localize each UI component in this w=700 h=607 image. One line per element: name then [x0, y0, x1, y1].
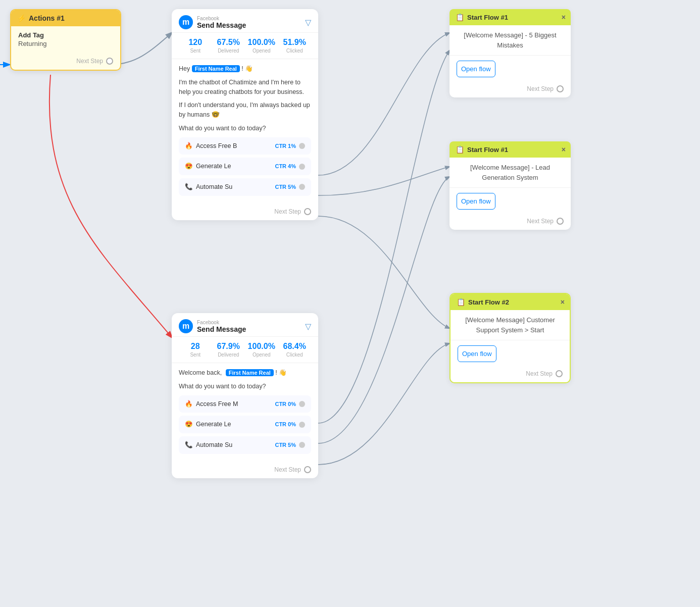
btn-ctr-2-2: CTR 5%: [275, 441, 296, 449]
flow-header-1: 📋 Start Flow #1 ×: [449, 9, 571, 25]
fb-header-2: m Facebook Send Message ▽: [172, 313, 318, 337]
btn-label-1-1: Generate Le: [196, 162, 275, 171]
flow-footer-1: Next Step: [449, 82, 571, 97]
message-line-1-1: If I don't understand you, I'm always ba…: [179, 100, 311, 120]
btn-emoji-2-0: 🔥: [185, 399, 193, 409]
btn-ctr-2-1: CTR 0%: [275, 420, 296, 429]
action-button-2-2[interactable]: 📞 Automate Su CTR 5%: [179, 436, 311, 454]
stat-opened-1: 100.0% Opened: [245, 38, 278, 54]
fb-platform-1: Facebook: [197, 16, 301, 21]
flow-body-3: [Welcome Message] Customer Support Syste…: [451, 310, 570, 340]
action-button-2-1[interactable]: 😍 Generate Le CTR 0%: [179, 416, 311, 433]
flow-close-1[interactable]: ×: [562, 13, 566, 21]
btn-emoji-1-1: 😍: [185, 162, 193, 171]
actions-node: ⚡ Actions #1 Add Tag Returning Next Step: [10, 9, 121, 71]
flow-title-1: Start Flow #1: [467, 14, 508, 21]
flow-icon-1: 📋: [456, 13, 464, 21]
btn-dot-2-2[interactable]: [299, 442, 305, 448]
btn-emoji-2-2: 📞: [185, 440, 193, 450]
fb-node-2-next-dot[interactable]: [304, 466, 311, 473]
flow-title-3: Start Flow #2: [468, 298, 509, 306]
stat-clicked-2: 68.4% Clicked: [278, 342, 312, 358]
fb-header-1: m Facebook Send Message ▽: [172, 9, 318, 33]
fb-node-2-next-step: Next Step: [172, 462, 318, 478]
btn-label-2-1: Generate Le: [196, 420, 275, 429]
btn-ctr-1-0: CTR 1%: [275, 142, 296, 150]
lightning-icon: ⚡: [17, 14, 26, 22]
btn-emoji-1-0: 🔥: [185, 141, 193, 151]
start-flow-node-1: 📋 Start Flow #1 × [Welcome Message] - 5 …: [449, 9, 571, 97]
actions-header: ⚡ Actions #1: [11, 10, 120, 26]
btn-label-2-0: Access Free M: [196, 399, 275, 409]
action-button-1-1[interactable]: 😍 Generate Le CTR 4%: [179, 158, 311, 175]
btn-emoji-1-2: 📞: [185, 182, 193, 192]
fb-node-1-next-step: Next Step: [172, 204, 318, 220]
flow-footer-3: Next Step: [451, 367, 570, 382]
btn-dot-1-2[interactable]: [299, 184, 305, 190]
action-button-1-2[interactable]: 📞 Automate Su CTR 5%: [179, 178, 311, 196]
actions-body: Add Tag Returning: [11, 26, 120, 55]
stat-delivered-2: 67.9% Delivered: [212, 342, 245, 358]
stat-sent-2: 28 Sent: [179, 342, 212, 358]
fb-message-node-2: m Facebook Send Message ▽ 28 Sent 67.9% …: [172, 313, 318, 478]
fb-node-1-next-dot[interactable]: [304, 208, 311, 215]
fb-stats-2: 28 Sent 67.9% Delivered 100.0% Opened 68…: [172, 337, 318, 363]
actions-title: Actions #1: [29, 14, 65, 22]
btn-dot-1-1[interactable]: [299, 164, 305, 170]
flow-next-dot-1[interactable]: [557, 85, 564, 92]
filter-icon-1[interactable]: ▽: [305, 18, 311, 27]
flow-icon-3: 📋: [457, 298, 465, 306]
flow-footer-2: Next Step: [449, 215, 571, 230]
btn-ctr-1-2: CTR 5%: [275, 183, 296, 191]
btn-emoji-2-1: 😍: [185, 420, 193, 429]
fb-title-group-2: Facebook Send Message: [197, 320, 301, 333]
fb-platform-2: Facebook: [197, 320, 301, 325]
flow-close-2[interactable]: ×: [562, 145, 566, 154]
highlight-tag-2: First Name Real: [226, 369, 274, 376]
actions-next-step-dot[interactable]: [106, 58, 113, 65]
filter-icon-2[interactable]: ▽: [305, 322, 311, 331]
btn-label-2-2: Automate Su: [196, 440, 275, 450]
highlight-tag-1: First Name Real: [192, 65, 240, 72]
message-line-2-0: What do you want to do today?: [179, 382, 311, 391]
flow-close-3[interactable]: ×: [561, 298, 565, 306]
flow-body-1: [Welcome Message] - 5 Biggest Mistakes: [449, 25, 571, 56]
messenger-icon-2: m: [179, 319, 193, 333]
message-line-1-2: What do you want to do today?: [179, 124, 311, 133]
messenger-icon-1: m: [179, 15, 193, 29]
btn-dot-2-0[interactable]: [299, 401, 305, 407]
btn-label-1-0: Access Free B: [196, 141, 275, 151]
stat-delivered-1: 67.5% Delivered: [212, 38, 245, 54]
greeting-line-2: Welcome back, First Name Real ! 👋: [179, 368, 311, 378]
stat-opened-2: 100.0% Opened: [245, 342, 278, 358]
stat-clicked-1: 51.9% Clicked: [278, 38, 312, 54]
btn-dot-1-0[interactable]: [299, 143, 305, 149]
fb-title-group-1: Facebook Send Message: [197, 16, 301, 29]
action-button-2-0[interactable]: 🔥 Access Free M CTR 0%: [179, 395, 311, 413]
flow-icon-2: 📋: [456, 145, 464, 154]
action-button-1-0[interactable]: 🔥 Access Free B CTR 1%: [179, 137, 311, 155]
start-flow-node-2: 📋 Start Flow #1 × [Welcome Message] - Le…: [449, 141, 571, 230]
flow-title-2: Start Flow #1: [467, 146, 508, 154]
fb-message-body-1: Hey First Name Real ! 👋 I'm the chatbot …: [172, 59, 318, 204]
open-flow-button-2[interactable]: Open flow: [457, 193, 495, 210]
actions-next-step-label: Next Step: [76, 58, 103, 65]
fb-message-node-1: m Facebook Send Message ▽ 120 Sent 67.5%…: [172, 9, 318, 220]
btn-label-1-2: Automate Su: [196, 182, 275, 192]
flow-body-2: [Welcome Message] - Lead Generation Syst…: [449, 158, 571, 188]
stat-sent-1: 120 Sent: [179, 38, 212, 54]
tag-label: Add Tag: [18, 31, 113, 39]
flow-header-2: 📋 Start Flow #1 ×: [449, 141, 571, 158]
flow-next-dot-2[interactable]: [557, 218, 564, 225]
flow-header-3: 📋 Start Flow #2 ×: [451, 294, 570, 310]
fb-stats-1: 120 Sent 67.5% Delivered 100.0% Opened 5…: [172, 33, 318, 59]
greeting-line-1: Hey First Name Real ! 👋: [179, 64, 311, 74]
fb-send-message-title-2: Send Message: [197, 325, 301, 333]
btn-dot-2-1[interactable]: [299, 422, 305, 428]
fb-send-message-title-1: Send Message: [197, 21, 301, 29]
open-flow-button-3[interactable]: Open flow: [458, 345, 496, 362]
flow-next-dot-3[interactable]: [556, 370, 563, 377]
start-flow-node-3: 📋 Start Flow #2 × [Welcome Message] Cust…: [449, 293, 571, 383]
open-flow-button-1[interactable]: Open flow: [457, 61, 495, 77]
message-line-1-0: I'm the chatbot of Chatimize and I'm her…: [179, 78, 311, 97]
